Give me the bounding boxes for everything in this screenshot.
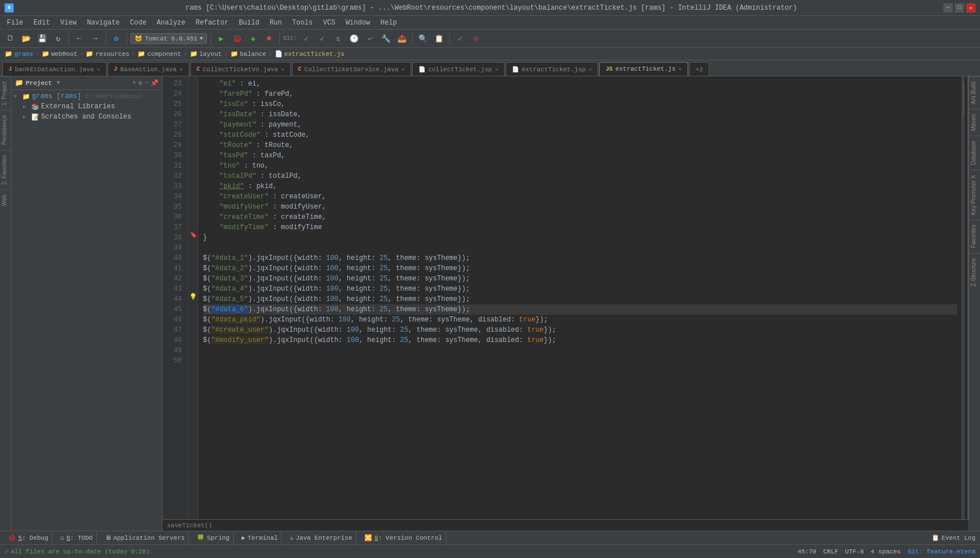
tree-external-libs[interactable]: ▶ 📚 External Libraries [11, 101, 162, 112]
git-history[interactable]: 🕐 [347, 32, 361, 46]
bottom-tab-spring[interactable]: 🍀 Spring [193, 531, 234, 544]
code-content[interactable]: "ei" : ei, "farePd" : farePd, "issCo" : … [198, 76, 962, 519]
status-line-ending[interactable]: CRLF [823, 548, 838, 555]
sidebar-project[interactable]: 1: Project [0, 76, 11, 110]
tab-more[interactable]: +2 [689, 62, 709, 76]
breadcrumb-grams[interactable]: 📁 grams [5, 50, 33, 58]
breadcrumb-component[interactable]: 📁 component [137, 50, 181, 58]
tab-close-4[interactable]: ✕ [401, 66, 405, 73]
tab-close-3[interactable]: ✕ [281, 66, 284, 73]
tab-CollectTicketService[interactable]: C CollectTicketService.java ✕ [292, 62, 411, 76]
status-branch[interactable]: Git: feature-eterm [908, 548, 975, 555]
project-settings-icon[interactable]: ⚙ [139, 79, 143, 87]
debug-button[interactable]: 🐞 [230, 32, 244, 46]
git-check2[interactable]: ✓ [315, 32, 329, 46]
breadcrumb-layout[interactable]: 📁 layout [190, 50, 222, 58]
breadcrumb-webroot[interactable]: 📁 WebRoot [42, 50, 78, 58]
menu-view[interactable]: View [56, 18, 82, 28]
git-revert[interactable]: ↩ [363, 32, 377, 46]
build-icon[interactable]: ⚙ [109, 32, 123, 46]
bottom-tab-todo[interactable]: ☑ 6: TODO [57, 531, 97, 544]
new-file-button[interactable]: 🗋 [3, 32, 17, 46]
tab-close-6[interactable]: ✕ [588, 66, 592, 73]
status-encoding[interactable]: UTF-8 [845, 548, 864, 555]
stop-button[interactable]: ■ [262, 32, 276, 46]
tab-BaseAction[interactable]: J BaseAction.java ✕ [108, 62, 189, 76]
tab-extractTicket-jsp[interactable]: 📄 extractTicket.jsp ✕ [506, 62, 598, 76]
sync-button[interactable]: ↻ [51, 32, 65, 46]
separator-1 [68, 33, 69, 44]
status-position[interactable]: 45:70 [798, 548, 816, 555]
tab-bankEtDataAction[interactable]: J bankEtDataAction.java ✕ [2, 62, 107, 76]
coverage-button[interactable]: ◈ [246, 32, 260, 46]
separator-3 [127, 33, 127, 44]
tree-root[interactable]: ▼ 📁 grams [rams] C:\Users\chaitou\ [11, 91, 162, 101]
no-problems[interactable]: ⊘ [469, 32, 483, 46]
tab-CollectTicketVo[interactable]: C CollectTicketVo.java ✕ [190, 62, 291, 76]
sidebar-persistence[interactable]: Persistence [0, 110, 11, 149]
separator-7 [449, 33, 450, 44]
problems-button[interactable]: ✓ [453, 32, 467, 46]
project-add-icon[interactable]: + [132, 79, 136, 87]
bottom-tab-javaenterprise[interactable]: ☕ Java Enterprise [286, 531, 356, 544]
bottom-tab-debug[interactable]: 🐞 5: Debug [5, 531, 52, 544]
menu-code[interactable]: Code [125, 18, 151, 28]
menu-run[interactable]: Run [265, 18, 287, 28]
menu-build[interactable]: Build [234, 18, 264, 28]
sidebar-favorites[interactable]: 2: Favorites [0, 150, 11, 189]
run-button[interactable]: ▶ [214, 32, 228, 46]
bottom-tab-appservers[interactable]: 🖥 Application Servers [101, 531, 189, 544]
tab-extractTicket-js[interactable]: JS extractTicket.js ✕ [599, 62, 688, 76]
sidebar-ant-build[interactable]: Ant Build [969, 76, 980, 109]
menu-analyze[interactable]: Analyze [152, 18, 190, 28]
bottom-tab-vcs[interactable]: 🔀 9: Version Control [361, 531, 446, 544]
menu-file[interactable]: File [2, 18, 28, 28]
breadcrumb-resources[interactable]: 📁 resources [86, 50, 129, 58]
save-button[interactable]: 💾 [35, 32, 49, 46]
bottom-tab-terminal[interactable]: ▶ Terminal [238, 531, 282, 544]
sidebar-web[interactable]: Web [0, 189, 11, 210]
git-check[interactable]: ✓ [299, 32, 313, 46]
tree-scratches[interactable]: ▶ 📝 Scratches and Consoles [11, 112, 162, 122]
tab-close-5[interactable]: ✕ [495, 66, 498, 73]
breadcrumb-balance[interactable]: 📁 balance [230, 50, 266, 58]
sidebar-favorites-right[interactable]: Favorites [969, 219, 980, 252]
git-arrow[interactable]: ⇅ [331, 32, 345, 46]
sidebar-database[interactable]: Database [969, 136, 980, 170]
window-controls[interactable]: ─ □ ✕ [944, 3, 975, 13]
menu-vcs[interactable]: VCS [319, 18, 340, 28]
project-collapse-icon[interactable]: − [144, 79, 148, 87]
tab-close-2[interactable]: ✕ [180, 66, 183, 73]
open-button[interactable]: 📂 [19, 32, 33, 46]
menu-window[interactable]: Window [341, 18, 375, 28]
sidebar-zstructure[interactable]: Z-Structure [969, 253, 980, 291]
status-indent[interactable]: 4 spaces [871, 548, 901, 555]
maximize-button[interactable]: □ [955, 3, 964, 13]
menu-refactor[interactable]: Refactor [191, 18, 233, 28]
tomcat-button[interactable]: 🐱 Tomcat 6.0.451 ▼ [131, 33, 207, 44]
tab-collectTicket-jsp[interactable]: 📄 collectTicket.jsp ✕ [412, 62, 505, 76]
minimize-button[interactable]: ─ [944, 3, 953, 13]
project-pin-icon[interactable]: 📌 [151, 79, 158, 87]
tab-close-1[interactable]: ✕ [97, 66, 100, 73]
back-button[interactable]: ← [72, 32, 86, 46]
event-log-button[interactable]: 📋 Event Log [932, 534, 975, 541]
breadcrumb-file[interactable]: 📄 extractTicket.js [275, 50, 345, 58]
menu-help[interactable]: Help [376, 18, 401, 28]
todo-tab-label: 6: TODO [66, 535, 92, 541]
scroll-track[interactable] [962, 76, 969, 519]
git-push[interactable]: 📤 [395, 32, 409, 46]
git-config[interactable]: 🔧 [379, 32, 393, 46]
forward-button[interactable]: → [88, 32, 102, 46]
code-line-23: "ei" : ei, [203, 79, 957, 89]
menu-tools[interactable]: Tools [288, 18, 318, 28]
close-button[interactable]: ✕ [966, 3, 975, 13]
sidebar-key-promoter[interactable]: Key Promoter X [969, 170, 980, 220]
project-dropdown[interactable]: ▼ [56, 80, 60, 86]
sidebar-maven[interactable]: Maven [969, 109, 980, 136]
menu-navigate[interactable]: Navigate [82, 18, 124, 28]
search-button[interactable]: 🔍 [416, 32, 430, 46]
vcs-log[interactable]: 📋 [432, 32, 446, 46]
menu-edit[interactable]: Edit [29, 18, 55, 28]
tab-close-7[interactable]: ✕ [678, 66, 682, 72]
